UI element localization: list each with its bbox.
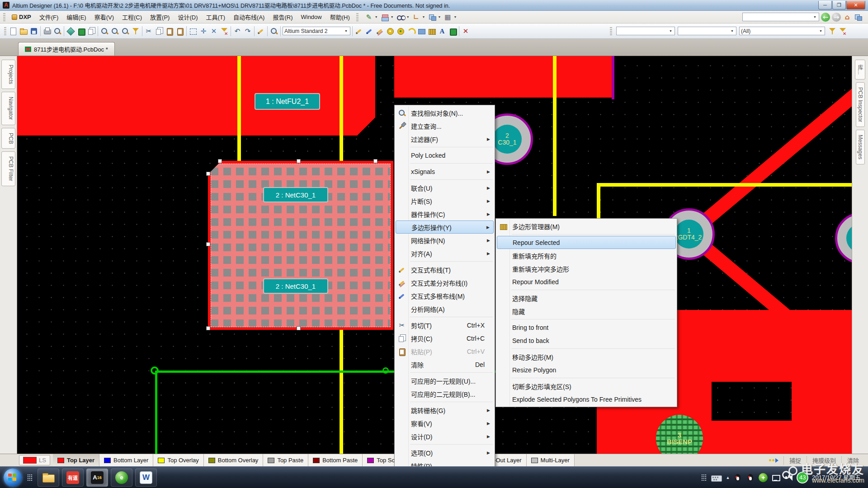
menu-item[interactable]: 重新填充所有的 — [497, 249, 676, 262]
menu-item[interactable]: 设计(D)▶ — [396, 430, 494, 443]
panel-tab--[interactable]: 库... — [855, 60, 865, 80]
net-label[interactable]: 2 : NetC30_1 — [263, 278, 328, 294]
chevron-down-icon[interactable]: ▼ — [391, 15, 394, 19]
document-tab[interactable]: 8711步进电机驱动.PcbDoc * — [18, 42, 115, 56]
wizard-pen-icon[interactable] — [256, 27, 265, 36]
place-string-icon[interactable]: A — [438, 27, 447, 36]
menu-item[interactable]: Repour Modified — [497, 275, 676, 288]
antivirus-shield-icon[interactable] — [759, 473, 768, 482]
taskbar-app-word[interactable]: W — [135, 469, 157, 487]
layer-tab-bottom-layer[interactable]: Bottom Layer — [99, 454, 153, 466]
show-hidden-icons-icon[interactable]: ▲ — [726, 475, 730, 480]
paste-special-icon[interactable] — [175, 27, 184, 36]
layer-tab-bottom-paste[interactable]: Bottom Paste — [308, 454, 363, 466]
selection-handle[interactable] — [373, 159, 377, 163]
chevron-down-icon[interactable]: ▼ — [375, 15, 378, 19]
place-pad-icon[interactable] — [386, 27, 395, 36]
copy-icon[interactable] — [155, 27, 164, 36]
place-fill-icon[interactable] — [417, 27, 426, 36]
zoom-selected-icon[interactable] — [121, 27, 130, 36]
menu-item-3[interactable]: 察看(V) — [90, 11, 118, 23]
selection-handle[interactable] — [206, 326, 210, 330]
close-button[interactable]: ✕ — [846, 1, 865, 9]
redo-icon[interactable]: ↷ — [243, 27, 252, 36]
cross-probe-icon[interactable]: ✕ — [209, 27, 218, 36]
layer-tab-top-paste[interactable]: Top Paste — [263, 454, 308, 466]
menu-item[interactable]: 器件操作(C)▶ — [396, 207, 494, 221]
volume-icon[interactable] — [784, 473, 793, 482]
menu-item[interactable]: Poly Locked — [396, 149, 494, 162]
menu-item-6[interactable]: 设计(D) — [174, 11, 202, 23]
network-icon[interactable] — [771, 473, 780, 482]
menu-item-1[interactable]: 文件(F) — [35, 11, 63, 23]
chevron-down-icon[interactable]: ▼ — [406, 15, 410, 19]
taskbar-app-browser[interactable]: e — [111, 469, 132, 487]
browse-components-icon[interactable] — [269, 27, 278, 36]
menu-item[interactable]: 联合(U)▶ — [396, 181, 494, 194]
menu-item-10[interactable]: Window — [297, 12, 326, 22]
menu-item[interactable]: 切断多边形填充区(S) — [497, 380, 676, 393]
menu-item[interactable]: 拷贝(C)Ctrl+C — [396, 332, 494, 345]
menu-item-5[interactable]: 放置(P) — [146, 11, 174, 23]
taskbar-app-altium[interactable]: A16 — [86, 469, 108, 487]
menu-item[interactable]: 察看(V)▶ — [396, 417, 494, 430]
clear-filter-icon[interactable] — [220, 27, 229, 36]
menu-item-8[interactable]: 自动布线(A) — [229, 11, 269, 23]
board-view-icon[interactable] — [76, 27, 85, 36]
quick-filter-combo[interactable]: ▼ — [742, 13, 819, 21]
documents-icon[interactable] — [87, 27, 96, 36]
menu-item[interactable]: 隐藏 — [497, 305, 676, 318]
snap-button[interactable]: 捕捉 — [783, 456, 807, 465]
component-filter-combo[interactable]: ▼ — [678, 27, 736, 35]
panel-tab-pcb-filter[interactable]: PCB Filter — [1, 151, 15, 186]
find-tool-icon[interactable] — [396, 13, 405, 22]
qq-icon[interactable] — [746, 473, 755, 482]
menu-item[interactable]: Bring to front — [497, 321, 676, 334]
undo-icon[interactable]: ↶ — [233, 27, 242, 36]
restore-button[interactable]: ❐ — [832, 1, 846, 9]
menu-item[interactable]: 跳转栅格(G)▶ — [396, 404, 494, 417]
layer-tab-bottom-overlay[interactable]: Bottom Overlay — [204, 454, 264, 466]
selection-handle[interactable] — [206, 242, 210, 246]
zoom-fit-icon[interactable] — [100, 27, 109, 36]
panel-tab-navigator[interactable]: Navigator — [1, 92, 15, 125]
layouts-icon[interactable] — [854, 13, 863, 22]
menu-item[interactable]: 可应用的二元规则(B)... — [396, 387, 494, 400]
grid-tool-icon[interactable]: ▦ — [443, 13, 452, 22]
keyboard-icon[interactable] — [710, 473, 722, 482]
selection-handle[interactable] — [206, 172, 210, 176]
forward-icon[interactable]: → — [832, 13, 841, 22]
menu-item[interactable]: 建立查询... — [396, 119, 494, 132]
move-object-icon[interactable]: ✛ — [199, 27, 208, 36]
menu-item[interactable]: 移动多边形(M) — [497, 350, 676, 363]
menu-item[interactable]: 查找相似对象(N)... — [396, 106, 494, 119]
menu-item[interactable]: Resize Polygon — [497, 363, 676, 376]
mask-level-button[interactable]: 掩膜级别 — [807, 456, 841, 465]
zoom-area-icon[interactable] — [110, 27, 119, 36]
save-doc-icon[interactable] — [29, 27, 38, 36]
net-filter-combo[interactable]: ▼ — [616, 27, 675, 35]
menu-item[interactable]: xSignals▶ — [396, 165, 494, 178]
scope-combo[interactable]: (All)▼ — [739, 27, 825, 35]
view-3d-icon[interactable] — [66, 27, 75, 36]
paste-icon[interactable] — [165, 27, 174, 36]
clear-button[interactable]: 清除 — [841, 456, 864, 465]
home-icon[interactable]: ⌂ — [843, 13, 852, 22]
selection-handle[interactable] — [297, 326, 301, 330]
selected-polygon-pour[interactable] — [208, 161, 393, 330]
menu-item-2[interactable]: 编辑(E) — [62, 11, 90, 23]
multi-routing-icon[interactable] — [365, 27, 374, 36]
menu-item[interactable]: 选项(O)▶ — [396, 446, 494, 459]
menu-item[interactable]: 分析网络(A) — [396, 302, 494, 315]
room-tool-icon[interactable] — [428, 13, 437, 22]
pad-right-edge[interactable]: Ne — [835, 212, 852, 264]
snap-options-icon[interactable] — [769, 458, 783, 463]
menu-item[interactable]: ✂剪切(T)Ctrl+X — [396, 319, 494, 332]
menu-item[interactable]: Send to back — [497, 334, 676, 347]
chevron-down-icon[interactable]: ▼ — [422, 15, 425, 19]
menu-item-11[interactable]: 帮助(H) — [326, 11, 354, 23]
menu-item-7[interactable]: 工具(T) — [202, 11, 229, 23]
menu-item[interactable]: 片断(S)▶ — [396, 194, 494, 207]
interactive-routing-icon[interactable] — [354, 27, 363, 36]
menu-item[interactable]: 多边形管理器(M) — [497, 220, 676, 233]
